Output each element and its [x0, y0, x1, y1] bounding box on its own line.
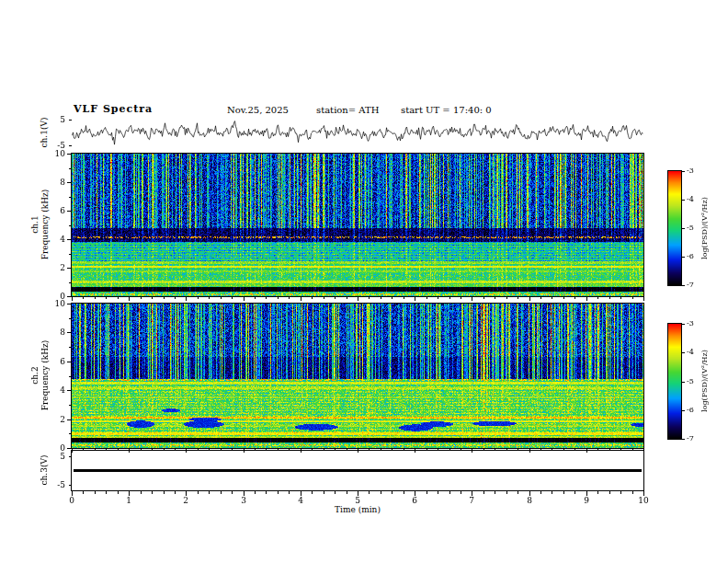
x-minor-tick: [552, 297, 552, 299]
cb-tick: [682, 410, 685, 411]
y-tick-label: 5: [49, 115, 65, 124]
x-minor-tick: [427, 491, 427, 494]
x-minor-tick: [609, 449, 610, 451]
x-tick: [529, 297, 530, 301]
x-minor-tick: [381, 449, 381, 451]
x-minor-tick: [563, 297, 564, 299]
cb-tick: [682, 324, 685, 325]
x-minor-tick: [381, 297, 381, 299]
x-minor-tick: [83, 449, 84, 451]
x-minor-tick: [324, 297, 324, 299]
x-minor-tick: [427, 449, 427, 451]
cb-tick-label: -5: [687, 224, 703, 233]
ch2-label-channel: ch.2: [30, 340, 40, 411]
y-tick: [69, 168, 72, 169]
y-tick-label: -5: [49, 480, 65, 489]
x-minor-tick: [495, 297, 495, 299]
x-minor-tick: [164, 449, 165, 451]
x-minor-tick: [597, 297, 598, 299]
cb-tick-label: -4: [687, 195, 703, 204]
ch1-label-frequency: Frequency (kHz): [40, 190, 51, 260]
y-tick: [69, 456, 72, 457]
y-tick-label: 10: [49, 149, 65, 158]
ch1-waveform-canvas: [72, 120, 643, 145]
x-minor-tick: [632, 491, 633, 494]
cb-tick-label: -6: [687, 406, 703, 415]
y-tick: [67, 239, 72, 240]
x-minor-tick: [620, 449, 621, 451]
x-tick-label: 7: [464, 496, 479, 505]
x-minor-tick: [118, 297, 119, 299]
x-minor-tick: [449, 297, 450, 299]
x-minor-tick: [232, 491, 233, 494]
x-minor-tick: [369, 491, 370, 494]
cb-tick-label: -3: [687, 319, 703, 328]
x-minor-tick: [552, 449, 552, 451]
x-minor-tick: [563, 491, 564, 494]
y-tick: [69, 145, 72, 146]
cb-tick-label: -3: [687, 167, 703, 176]
x-minor-tick: [232, 297, 233, 299]
x-tick-label: 10: [636, 496, 651, 505]
cb-tick: [682, 382, 685, 383]
x-minor-tick: [106, 297, 107, 299]
cb-tick: [682, 439, 685, 440]
x-minor-tick: [289, 449, 290, 451]
cb-tick-label: -7: [687, 281, 703, 290]
x-tick: [643, 297, 644, 301]
x-minor-tick: [347, 297, 347, 299]
ch1-spectrogram-canvas: [72, 154, 643, 296]
y-tick: [67, 332, 72, 333]
x-minor-tick: [198, 449, 199, 451]
x-minor-tick: [198, 297, 199, 299]
x-minor-tick: [164, 491, 165, 494]
x-minor-tick: [449, 449, 450, 451]
x-minor-tick: [152, 491, 153, 494]
cb-tick-label: -4: [687, 348, 703, 357]
y-tick: [67, 304, 72, 304]
x-minor-tick: [461, 491, 461, 494]
plot-date: Nov.25, 2025: [227, 105, 289, 115]
colorbar-ch1: [668, 171, 681, 285]
x-minor-tick: [118, 449, 119, 451]
x-minor-tick: [221, 491, 222, 494]
cb-tick-label: -7: [687, 434, 703, 443]
ch1-voltage-axis-label: ch.1(V): [40, 118, 50, 148]
x-minor-tick: [506, 449, 507, 451]
cb-tick-label: -6: [687, 252, 703, 261]
x-minor-tick: [278, 449, 279, 451]
cb-tick: [682, 285, 685, 286]
y-tick-label: 4: [49, 385, 65, 395]
x-minor-tick: [381, 491, 381, 494]
x-minor-tick: [175, 491, 176, 494]
y-tick: [67, 448, 72, 449]
y-tick: [69, 485, 72, 486]
x-minor-tick: [449, 491, 450, 494]
ch1-frequency-axis-label: ch.1 Frequency (kHz): [30, 190, 51, 260]
x-minor-tick: [141, 491, 142, 494]
y-tick: [69, 197, 72, 198]
x-tick: [301, 449, 301, 453]
y-tick: [69, 376, 72, 377]
y-tick-label: 4: [49, 235, 65, 244]
x-tick-label: 3: [236, 496, 251, 505]
x-minor-tick: [609, 491, 610, 494]
y-tick-label: 8: [49, 327, 65, 337]
x-minor-tick: [95, 491, 96, 494]
x-minor-tick: [563, 449, 564, 451]
x-tick: [643, 449, 644, 453]
x-minor-tick: [438, 491, 438, 494]
x-tick-label: 8: [522, 496, 537, 505]
x-minor-tick: [209, 491, 210, 494]
ch3-waveform-canvas: [72, 451, 643, 490]
x-tick: [129, 449, 130, 453]
y-tick-label: 2: [49, 263, 65, 272]
x-minor-tick: [597, 449, 598, 451]
x-tick-label: 1: [121, 496, 136, 505]
x-axis-title: Time (min): [72, 505, 643, 514]
plot-start-ut: start UT = 17:40: 0: [401, 105, 492, 115]
x-minor-tick: [266, 491, 267, 494]
x-minor-tick: [369, 449, 370, 451]
x-tick: [415, 449, 415, 453]
x-minor-tick: [312, 449, 313, 451]
